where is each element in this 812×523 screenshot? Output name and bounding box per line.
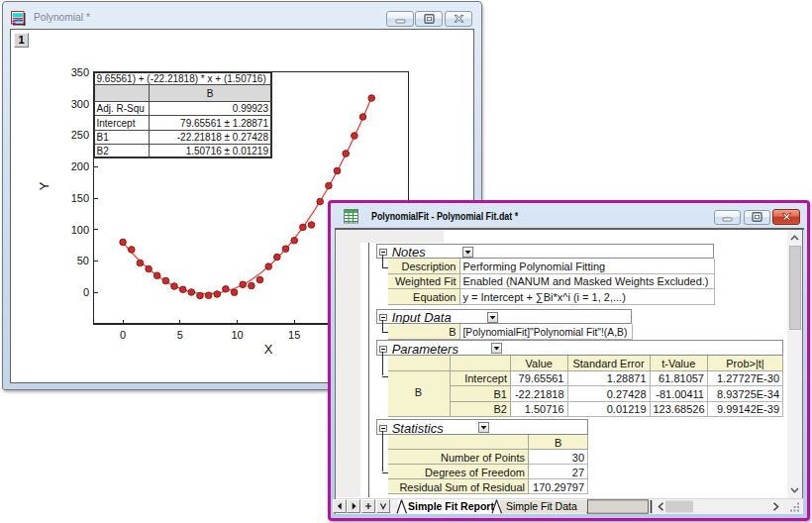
svg-text:B1: B1	[97, 132, 110, 143]
svg-text:Y: Y	[37, 181, 51, 190]
svg-text:5: 5	[177, 329, 183, 341]
svg-text:Intercept: Intercept	[97, 118, 136, 129]
svg-text:B2: B2	[97, 146, 110, 157]
svg-text:79.65561 ± 1.28871: 79.65561 ± 1.28871	[180, 118, 268, 129]
svg-text:15: 15	[288, 329, 300, 341]
svg-text:9.65561) + (-22.21818) * x + (: 9.65561) + (-22.21818) * x + (1.50716)	[97, 73, 266, 84]
svg-text:350: 350	[71, 66, 89, 78]
svg-text:10: 10	[231, 329, 243, 341]
svg-text:1.50716 ± 0.01219: 1.50716 ± 0.01219	[186, 146, 269, 157]
svg-text:100: 100	[71, 224, 89, 236]
svg-text:200: 200	[71, 160, 89, 172]
svg-text:300: 300	[71, 98, 89, 110]
svg-text:0: 0	[120, 329, 126, 341]
svg-text:Simple Fit Report: Simple Fit Report	[408, 500, 494, 512]
svg-text:Simple Fit Data: Simple Fit Data	[506, 499, 577, 511]
svg-text:B: B	[207, 88, 214, 99]
svg-text:0.99923: 0.99923	[233, 103, 269, 114]
svg-text:0: 0	[83, 286, 89, 298]
svg-text:Adj. R-Squ: Adj. R-Squ	[97, 103, 145, 114]
svg-text:250: 250	[71, 129, 89, 141]
svg-text:150: 150	[71, 192, 89, 204]
svg-text:-22.21818 ± 0.27428: -22.21818 ± 0.27428	[177, 132, 269, 143]
svg-text:X: X	[264, 342, 273, 357]
svg-text:50: 50	[77, 255, 89, 266]
